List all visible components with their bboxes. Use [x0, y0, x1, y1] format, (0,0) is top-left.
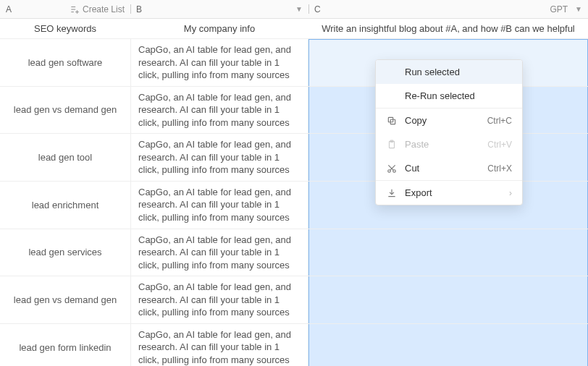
- company-info-cell[interactable]: CapGo, an AI table for lead gen, and res…: [130, 134, 308, 181]
- menu-shortcut: Ctrl+C: [487, 116, 512, 126]
- menu-run-selected[interactable]: Run selected: [376, 60, 522, 84]
- output-cell[interactable]: [308, 276, 588, 323]
- keyword-cell[interactable]: lead gen services: [0, 229, 130, 276]
- table-row: lead gen services CapGo, an AI table for…: [0, 229, 588, 277]
- company-info-cell[interactable]: CapGo, an AI table for lead gen, and res…: [130, 182, 308, 229]
- menu-label: Run selected: [405, 67, 512, 77]
- column-title-c[interactable]: Write an insightful blog about #A, and h…: [308, 23, 588, 34]
- copy-icon: [386, 116, 398, 126]
- column-letter-b: B: [136, 4, 142, 14]
- column-header-c: C GPT ▼: [308, 0, 588, 18]
- table-row: lead gen vs demand gen CapGo, an AI tabl…: [0, 276, 588, 324]
- column-letter-c: C: [314, 4, 321, 14]
- keyword-cell[interactable]: lead gen vs demand gen: [0, 87, 130, 134]
- column-letter-a: A: [6, 4, 12, 14]
- keyword-cell[interactable]: lead gen tool: [0, 134, 130, 181]
- keyword-cell[interactable]: lead gen form linkedin: [0, 324, 130, 366]
- chevron-right-icon: ›: [509, 188, 512, 198]
- menu-shortcut: Ctrl+V: [487, 140, 512, 150]
- menu-export[interactable]: Export ›: [376, 181, 522, 205]
- column-header-a: A Create List: [0, 0, 130, 18]
- company-info-cell[interactable]: CapGo, an AI table for lead gen, and res…: [130, 229, 308, 276]
- gpt-label: GPT: [550, 4, 568, 14]
- column-title-a[interactable]: SEO keywords: [0, 23, 130, 34]
- column-title-row: SEO keywords My company info Write an in…: [0, 19, 588, 39]
- keyword-cell[interactable]: lead gen vs demand gen: [0, 276, 130, 323]
- cut-icon: [386, 163, 398, 174]
- company-info-cell[interactable]: CapGo, an AI table for lead gen, and res…: [130, 87, 308, 134]
- create-list-button[interactable]: Create List: [70, 4, 125, 14]
- context-menu: Run selected Re-Run selected Copy Ctrl+C…: [375, 59, 523, 205]
- menu-label: Paste: [405, 139, 480, 150]
- paste-icon: [386, 140, 398, 150]
- company-info-cell[interactable]: CapGo, an AI table for lead gen, and res…: [130, 276, 308, 323]
- keyword-cell[interactable]: lead gen software: [0, 39, 130, 86]
- menu-rerun-selected[interactable]: Re-Run selected: [376, 84, 522, 108]
- menu-copy[interactable]: Copy Ctrl+C: [376, 108, 522, 132]
- menu-label: Copy: [405, 115, 480, 126]
- menu-label: Cut: [405, 163, 480, 174]
- menu-label: Export: [405, 187, 502, 198]
- gpt-model-dropdown[interactable]: GPT ▼: [550, 4, 582, 14]
- menu-cut[interactable]: Cut Ctrl+X: [376, 156, 522, 180]
- company-info-cell[interactable]: CapGo, an AI table for lead gen, and res…: [130, 39, 308, 86]
- create-list-label: Create List: [83, 4, 125, 14]
- table-row: lead gen form linkedin CapGo, an AI tabl…: [0, 324, 588, 366]
- menu-paste: Paste Ctrl+V: [376, 132, 522, 156]
- company-info-cell[interactable]: CapGo, an AI table for lead gen, and res…: [130, 324, 308, 366]
- output-cell[interactable]: [308, 324, 588, 366]
- export-icon: [386, 188, 398, 198]
- column-title-b[interactable]: My company info: [130, 23, 308, 34]
- keyword-cell[interactable]: lead enrichment: [0, 182, 130, 229]
- output-cell[interactable]: [308, 229, 588, 276]
- column-header-b: B ▼: [130, 0, 308, 18]
- menu-label: Re-Run selected: [405, 90, 512, 101]
- menu-shortcut: Ctrl+X: [487, 163, 512, 174]
- column-header-row: A Create List B ▼ C GPT ▼: [0, 0, 588, 19]
- chevron-down-icon: ▼: [575, 5, 582, 13]
- column-b-dropdown-icon[interactable]: ▼: [295, 5, 303, 13]
- create-list-icon: [70, 4, 80, 14]
